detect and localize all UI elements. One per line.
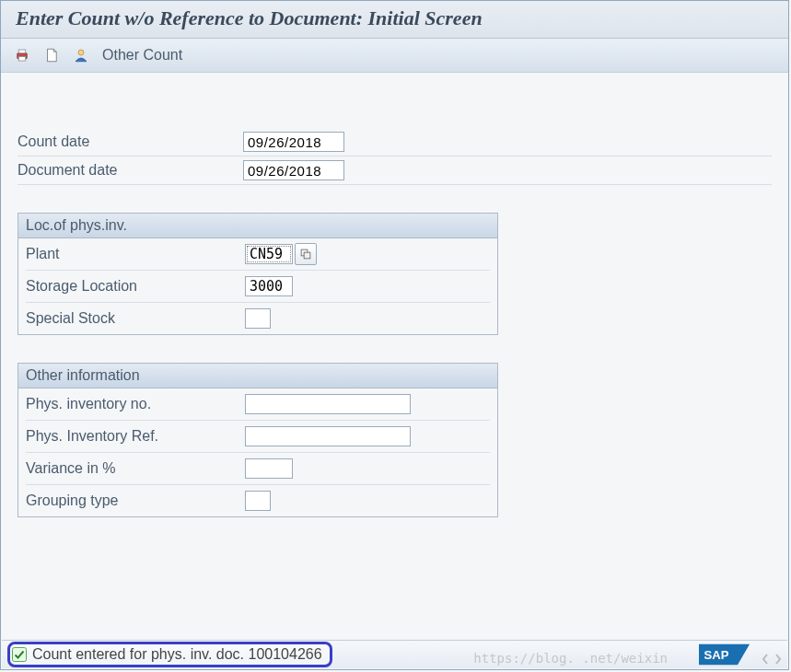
label-document-date: Document date: [17, 162, 243, 179]
row-count-date: Count date: [17, 128, 772, 156]
label-phys-inv-no: Phys. inventory no.: [26, 396, 245, 412]
document-date-input[interactable]: [243, 160, 344, 180]
group-loc-phys-inv: Loc.of phys.inv. Plant: [17, 213, 498, 335]
status-message: Count entered for phys. inv. doc. 100104…: [32, 646, 322, 663]
user-icon[interactable]: [69, 43, 93, 67]
label-count-date: Count date: [17, 133, 243, 150]
new-document-icon[interactable]: [40, 43, 64, 67]
label-grouping-type: Grouping type: [26, 492, 245, 509]
plant-input[interactable]: [245, 244, 293, 264]
success-icon: [12, 647, 27, 662]
svg-rect-5: [304, 252, 310, 259]
watermark-text: https://blog. .net/weixin: [473, 651, 668, 666]
group-other-info: Other information Phys. inventory no. Ph…: [17, 363, 498, 517]
status-bar: Count entered for phys. inv. doc. 100104…: [2, 640, 787, 668]
svg-rect-1: [18, 50, 26, 53]
label-phys-inv-ref: Phys. Inventory Ref.: [26, 428, 245, 445]
svg-rect-2: [18, 57, 26, 62]
other-count-button[interactable]: Other Count: [102, 47, 182, 64]
phys-inv-ref-input[interactable]: [245, 426, 411, 446]
grouping-type-input[interactable]: [245, 491, 271, 511]
toolbar: Other Count: [1, 39, 788, 73]
svg-point-3: [78, 50, 84, 55]
row-phys-inv-no: Phys. inventory no.: [26, 388, 490, 421]
row-special-stock: Special Stock: [26, 303, 490, 334]
group-header-other: Other information: [18, 364, 497, 388]
row-phys-inv-ref: Phys. Inventory Ref.: [26, 421, 490, 453]
variance-input[interactable]: [245, 458, 293, 479]
label-plant: Plant: [26, 246, 245, 262]
storage-location-input[interactable]: [245, 276, 293, 296]
group-header-loc: Loc.of phys.inv.: [18, 214, 497, 238]
status-message-box: Count entered for phys. inv. doc. 100104…: [7, 642, 332, 667]
count-date-input[interactable]: [243, 132, 344, 152]
row-variance: Variance in %: [26, 453, 490, 485]
print-icon[interactable]: [10, 43, 34, 67]
label-special-stock: Special Stock: [26, 310, 245, 327]
title-bar: Enter Count w/o Reference to Document: I…: [1, 1, 788, 39]
special-stock-input[interactable]: [245, 308, 271, 329]
content-area: Count date Document date Loc.of phys.inv…: [1, 73, 788, 528]
plant-search-help-button[interactable]: [295, 243, 317, 265]
nav-arrows[interactable]: [760, 653, 784, 666]
label-storage-location: Storage Location: [26, 278, 245, 295]
row-grouping-type: Grouping type: [26, 485, 490, 516]
label-variance: Variance in %: [26, 460, 245, 477]
svg-text:SAP: SAP: [704, 648, 729, 662]
phys-inv-no-input[interactable]: [245, 394, 411, 414]
row-plant: Plant: [26, 238, 490, 271]
sap-logo: SAP: [699, 642, 750, 667]
page-title: Enter Count w/o Reference to Document: I…: [16, 6, 483, 29]
row-storage-location: Storage Location: [26, 271, 490, 303]
svg-rect-6: [13, 648, 27, 662]
row-document-date: Document date: [17, 156, 772, 185]
